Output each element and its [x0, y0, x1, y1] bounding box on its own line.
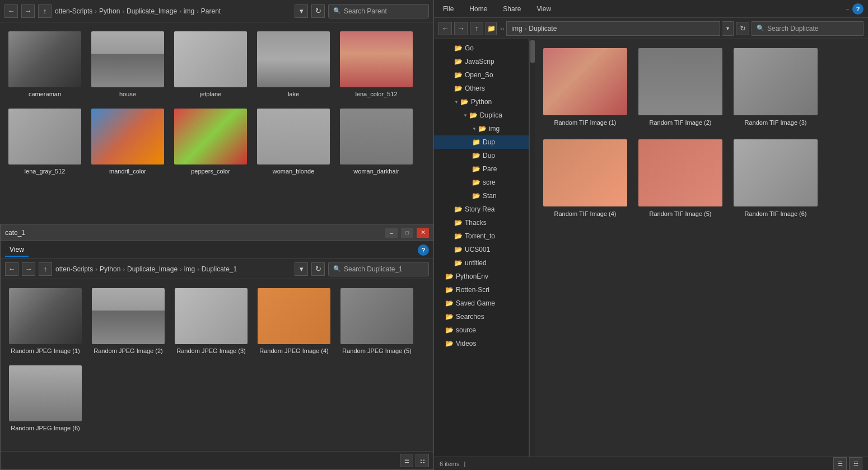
left-up-btn[interactable]: ↑ [38, 4, 52, 18]
tif-item-2[interactable]: Random TIF Image (2) [636, 45, 725, 130]
file-label-house: house [119, 91, 136, 97]
file-item-peppers[interactable]: peppers_color [171, 105, 250, 178]
right-list-view-btn[interactable]: ☰ [833, 457, 847, 471]
left-back-btn[interactable]: ← [4, 4, 18, 18]
dup1-item-1[interactable]: Random JPEG Image (1) [6, 285, 85, 358]
tif-item-5[interactable]: Random TIF Image (5) [636, 136, 725, 222]
dup1-label-2: Random JPEG Image (2) [94, 347, 163, 354]
left-dropdown-btn[interactable]: ▾ [295, 4, 308, 18]
tif-item-3[interactable]: Random TIF Image (3) [731, 45, 820, 130]
tree-item-source[interactable]: 📂 source [434, 323, 529, 337]
right-breadcrumb[interactable]: img › Duplicate [506, 21, 720, 36]
tree-item-python[interactable]: ▼ 📂 Python [434, 95, 529, 109]
dup1-close-btn[interactable]: ✕ [417, 228, 429, 238]
tree-item-others[interactable]: 📂 Others [434, 82, 529, 95]
dup1-item-6[interactable]: Random JPEG Image (6) [6, 362, 85, 435]
file-thumb-house [91, 31, 164, 87]
right-tab-share[interactable]: Share [498, 3, 525, 15]
dup1-refresh-btn[interactable]: ↻ [311, 262, 325, 276]
sidebar-scroll-thumb[interactable] [530, 40, 535, 63]
dup1-thumb-5 [340, 288, 413, 344]
file-item-woman-blonde[interactable]: woman_blonde [254, 105, 333, 178]
tree-item-savedgame[interactable]: 📂 Saved Game [434, 297, 529, 310]
file-label-lena-gray: lena_gray_512 [25, 168, 66, 175]
right-tab-home[interactable]: Home [465, 3, 492, 15]
dup1-back-btn[interactable]: ← [5, 262, 18, 276]
sidebar-scrollbar[interactable] [529, 39, 535, 457]
right-grid-view-btn[interactable]: ☷ [849, 457, 862, 471]
dup1-up-btn[interactable]: ↑ [39, 262, 52, 276]
file-thumb-lake [257, 31, 330, 87]
tree-item-searches[interactable]: 📂 Searches [434, 310, 529, 323]
dup1-grid-view-btn[interactable]: ☷ [416, 454, 429, 467]
tree-item-img[interactable]: ▼ 📂 img [434, 122, 529, 135]
tree-label-pare: Pare [483, 165, 497, 173]
dup1-maximize-btn[interactable]: □ [401, 228, 413, 238]
right-ribbon: File Home Share View – ? [434, 0, 868, 18]
tree-item-dup2[interactable]: 📂 Dup [434, 149, 529, 162]
tif-item-4[interactable]: Random TIF Image (4) [540, 136, 630, 222]
right-dropdown-btn[interactable]: ▾ [722, 21, 734, 36]
dup1-tab-view[interactable]: View [5, 243, 29, 257]
file-item-lena-color[interactable]: lena_color_512 [337, 28, 416, 101]
file-item-house[interactable]: house [88, 28, 167, 101]
tree-item-scre[interactable]: 📂 scre [434, 176, 529, 189]
dup1-item-4[interactable]: Random JPEG Image (4) [255, 285, 333, 358]
tree-item-go[interactable]: 📂 Go [434, 41, 529, 55]
dup1-item-3[interactable]: Random JPEG Image (3) [172, 285, 250, 358]
right-back-btn[interactable]: ← [438, 22, 452, 35]
file-thumb-lena-color [340, 31, 413, 87]
file-item-mandril[interactable]: mandril_color [88, 105, 167, 178]
dup1-search-box[interactable]: 🔍 Search Duplicate_1 [328, 262, 429, 276]
tif-item-6[interactable]: Random TIF Image (6) [731, 136, 820, 222]
dup1-dropdown-btn[interactable]: ▾ [295, 262, 308, 276]
tif-item-1[interactable]: Random TIF Image (1) [540, 45, 630, 130]
dup1-file-grid: Random JPEG Image (1) Random JPEG Image … [1, 279, 433, 451]
file-item-lake[interactable]: lake [254, 28, 333, 101]
tree-item-torrent[interactable]: 📂 Torrent_to [434, 229, 529, 243]
tree-item-thacks[interactable]: 📂 Thacks [434, 216, 529, 229]
dup1-label-5: Random JPEG Image (5) [342, 347, 412, 354]
file-item-lena-gray[interactable]: lena_gray_512 [6, 105, 84, 178]
tree-item-untitled[interactable]: 📂 untitled [434, 256, 529, 270]
tree-label-rottenscri: Rotten-Scri [456, 286, 489, 294]
right-minimize-icon[interactable]: – [846, 6, 849, 12]
right-forward-btn[interactable]: → [454, 22, 468, 35]
tree-item-opensource[interactable]: 📂 Open_So [434, 68, 529, 82]
right-search-box[interactable]: 🔍 Search Duplicate [752, 21, 864, 36]
tree-label-duplica: Duplica [480, 111, 502, 119]
left-refresh-btn[interactable]: ↻ [311, 4, 325, 18]
tree-item-videos[interactable]: 📂 Videos [434, 337, 529, 350]
tree-item-duplica[interactable]: ▼ 📂 Duplica [434, 109, 529, 122]
right-item-count: 6 items [440, 460, 459, 467]
tree-item-stan[interactable]: 📂 Stan [434, 189, 529, 203]
dup1-item-2[interactable]: Random JPEG Image (2) [89, 285, 167, 358]
tree-item-ucs001[interactable]: 📂 UCS001 [434, 243, 529, 256]
right-search-text: Search Duplicate [767, 25, 818, 32]
left-search-box[interactable]: 🔍 Search Parent [328, 4, 429, 18]
tree-item-pythonenv[interactable]: 📂 PythonEnv [434, 270, 529, 283]
tree-item-storyrea[interactable]: 📂 Story Rea [434, 203, 529, 216]
right-tab-view[interactable]: View [532, 3, 556, 15]
tree-label-opensource: Open_So [465, 71, 493, 79]
right-refresh-btn[interactable]: ↻ [736, 22, 749, 35]
file-item-jetplane[interactable]: jetplane [171, 28, 250, 101]
left-forward-btn[interactable]: → [21, 4, 35, 18]
tree-label-dup2: Dup [483, 152, 495, 159]
tif-label-5: Random TIF Image (5) [649, 210, 711, 218]
file-label-woman-dark: woman_darkhair [353, 168, 399, 175]
file-item-woman-dark[interactable]: woman_darkhair [337, 105, 416, 178]
dup1-minimize-btn[interactable]: – [385, 228, 398, 238]
tree-item-dup1[interactable]: 📁 Dup [434, 135, 529, 149]
tree-item-pare[interactable]: 📂 Pare [434, 162, 529, 176]
dup1-list-view-btn[interactable]: ☰ [400, 454, 413, 467]
dup1-item-5[interactable]: Random JPEG Image (5) [338, 285, 416, 358]
right-help-btn[interactable]: ? [852, 3, 864, 15]
dup1-help-btn[interactable]: ? [418, 245, 429, 256]
right-up-btn[interactable]: ↑ [470, 22, 483, 35]
file-item-cameraman[interactable]: cameraman [6, 28, 84, 101]
dup1-forward-btn[interactable]: → [22, 262, 35, 276]
right-tab-file[interactable]: File [438, 3, 458, 15]
tree-item-javascript[interactable]: 📂 JavaScrip [434, 55, 529, 68]
tree-item-rottenscri[interactable]: 📂 Rotten-Scri [434, 283, 529, 297]
